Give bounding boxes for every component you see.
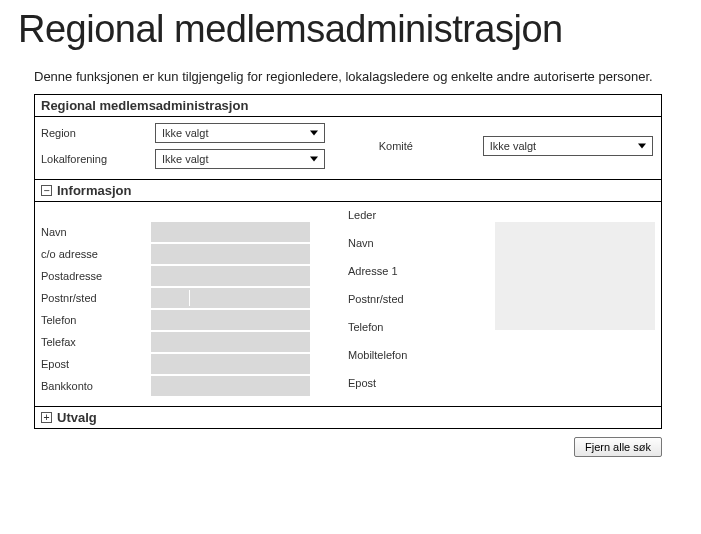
telefon-field[interactable] <box>151 310 311 330</box>
lokalforening-label: Lokalforening <box>41 153 151 165</box>
collapse-icon[interactable]: − <box>41 185 52 196</box>
epost-label: Epost <box>41 354 151 374</box>
info-right-column: Leder Navn Adresse 1 Postnr/sted Telefon… <box>348 206 655 396</box>
page-title: Regional medlemsadministrasjon <box>18 8 701 51</box>
chevron-down-icon <box>310 131 318 136</box>
filters-row: Region Ikke valgt Lokalforening Ikke val… <box>35 117 661 180</box>
utvalg-header: + Utvalg <box>35 406 661 428</box>
expand-icon[interactable]: + <box>41 412 52 423</box>
leder-epost-label: Epost <box>348 373 458 393</box>
lokalforening-select-value: Ikke valgt <box>162 153 208 165</box>
leder-postnr-sted-label: Postnr/sted <box>348 289 458 309</box>
navn-label: Navn <box>41 222 151 242</box>
informasjon-header: − Informasjon <box>35 180 661 202</box>
leder-navn-label: Navn <box>348 233 458 253</box>
leder-details-block <box>495 222 655 330</box>
filters-left: Region Ikke valgt Lokalforening Ikke val… <box>41 123 379 169</box>
leder-mobiltelefon-label: Mobiltelefon <box>348 345 458 365</box>
panel-header: Regional medlemsadministrasjon <box>35 95 661 117</box>
leder-adresse1-label: Adresse 1 <box>348 261 458 281</box>
co-adresse-label: c/o adresse <box>41 244 151 264</box>
region-label: Region <box>41 127 151 139</box>
region-select[interactable]: Ikke valgt <box>155 123 325 143</box>
postadresse-label: Postadresse <box>41 266 151 286</box>
info-left-column: Navn c/o adresse Postadresse Postnr/sted… <box>41 222 348 396</box>
navn-field[interactable] <box>151 222 311 242</box>
footer-actions: Fjern alle søk <box>34 437 662 457</box>
utvalg-title: Utvalg <box>57 410 97 425</box>
chevron-down-icon <box>310 157 318 162</box>
leder-telefon-label: Telefon <box>348 317 458 337</box>
region-select-value: Ikke valgt <box>162 127 208 139</box>
postadresse-field[interactable] <box>151 266 311 286</box>
epost-field[interactable] <box>151 354 311 374</box>
telefon-label: Telefon <box>41 310 151 330</box>
komite-select[interactable]: Ikke valgt <box>483 136 653 156</box>
clear-all-search-button[interactable]: Fjern alle søk <box>574 437 662 457</box>
telefax-label: Telefax <box>41 332 151 352</box>
komite-label: Komité <box>379 140 479 152</box>
bankkonto-label: Bankkonto <box>41 376 151 396</box>
informasjon-body: Navn c/o adresse Postadresse Postnr/sted… <box>35 202 661 406</box>
bankkonto-field[interactable] <box>151 376 311 396</box>
co-adresse-field[interactable] <box>151 244 311 264</box>
telefax-field[interactable] <box>151 332 311 352</box>
komite-select-value: Ikke valgt <box>490 140 536 152</box>
lokalforening-select[interactable]: Ikke valgt <box>155 149 325 169</box>
postnr-sted-label: Postnr/sted <box>41 288 151 308</box>
chevron-down-icon <box>638 144 646 149</box>
filters-right: Komité Ikke valgt <box>379 123 655 169</box>
intro-text: Denne funksjonen er kun tilgjengelig for… <box>34 69 664 84</box>
admin-panel: Regional medlemsadministrasjon Region Ik… <box>34 94 662 429</box>
informasjon-title: Informasjon <box>57 183 131 198</box>
postnr-sted-field[interactable] <box>151 288 311 308</box>
